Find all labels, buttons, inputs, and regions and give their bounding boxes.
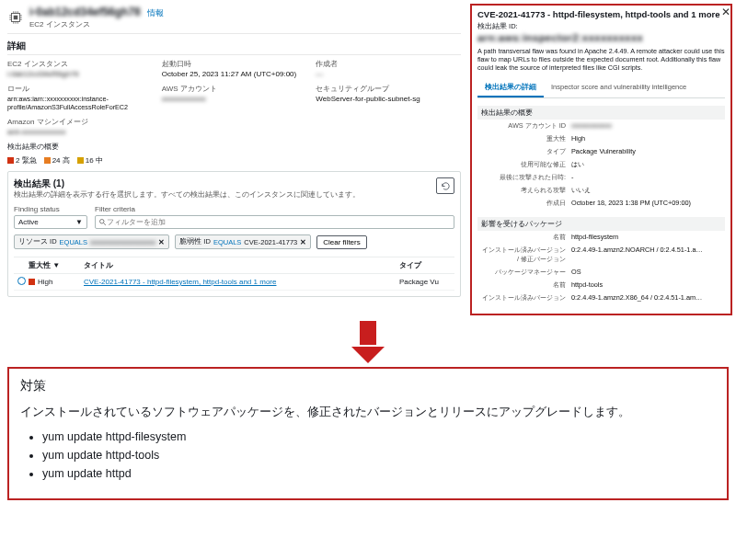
role-value: arn:aws:iam::xxxxxxxxxx:instance-profile… — [7, 95, 153, 111]
info-link[interactable]: 情報 — [147, 8, 164, 17]
kv-row: 重大性High — [477, 132, 725, 145]
detail-row-3: Amazon マシンイメージami-xxxxxxxxxxxx — [7, 117, 461, 136]
findings-summary-label: 検出結果の概要 — [7, 142, 461, 152]
findings-panel-title: 検出結果 (1) — [14, 177, 360, 190]
kv-row: インストール済みバージョン0:2.4.49-1.amzn2.X86_64 / 0… — [477, 291, 725, 304]
refresh-icon — [441, 181, 451, 191]
filter-search-wrap[interactable] — [95, 215, 454, 229]
col-title[interactable]: タイトル — [84, 260, 399, 270]
instance-header: i-0ab12cd34ef56gh78 情報 EC2 インスタンス — [7, 6, 461, 34]
finding-status-label: Finding status — [14, 205, 87, 213]
row-radio[interactable] — [17, 277, 26, 285]
table-row[interactable]: High CVE-2021-41773 - httpd-filesystem, … — [14, 274, 454, 291]
finding-detail-side-panel: ✕ CVE-2021-41773 - httpd-filesystem, htt… — [470, 4, 732, 315]
legend-critical: 2 緊急 — [7, 155, 37, 166]
instance-id-title: i-0ab12cd34ef56gh78 — [29, 6, 141, 18]
side-panel-tabs: 検出結果の詳細 Inspector score and vulnerabilit… — [477, 79, 725, 98]
role-label: ロール — [7, 84, 153, 94]
side-panel-title: CVE-2021-41773 - httpd-filesystem, httpd… — [477, 9, 725, 20]
search-icon — [98, 218, 107, 226]
kv-row: 最後に攻撃された日時:- — [477, 171, 725, 184]
findings-table-header: 重大性 ▼ タイトル タイプ — [14, 257, 454, 274]
launch-time-value: October 25, 2023 11:27 AM (UTC+09:00) — [162, 70, 307, 78]
kv-row: 作成日October 18, 2023 1:38 PM (UTC+09:00) — [477, 197, 725, 210]
col-severity[interactable]: 重大性 — [29, 261, 51, 269]
chevron-down-icon: ▼ — [75, 218, 83, 226]
summary-section-title: 検出結果の概要 — [477, 106, 725, 120]
launch-time-label: 起動日時 — [162, 59, 307, 69]
remediation-heading: 対策 — [20, 378, 716, 394]
security-group-value: WebServer-for-public-subnet-sg — [316, 95, 461, 103]
row-title-link[interactable]: CVE-2021-41773 - httpd-filesystem, httpd… — [84, 278, 276, 286]
ami-value: ami-xxxxxxxxxxxx — [7, 128, 153, 136]
severity-legend: 2 緊急 24 高 16 中 — [7, 155, 461, 166]
findings-panel-subtitle: 検出結果の詳細を表示する行を選択します。すべての検出結果は、このインスタンスに関… — [14, 190, 360, 200]
tab-inspector-score[interactable]: Inspector score and vulnerability intell… — [544, 79, 694, 97]
kv-row: 名前httpd-filesystem — [477, 231, 725, 244]
legend-medium: 16 中 — [77, 155, 103, 166]
filter-criteria-label: Filter criteria — [95, 205, 454, 213]
kv-row: インストール済みバージョン / 修正バージョン0:2.4.49-1.amzn2.… — [477, 244, 725, 266]
aws-account-label: AWS アカウント — [162, 84, 307, 94]
findings-panel: 検出結果 (1) 検出結果の詳細を表示する行を選択します。すべての検出結果は、こ… — [7, 171, 461, 297]
finding-status-select[interactable]: Active ▼ — [14, 215, 87, 229]
legend-high: 24 高 — [44, 155, 70, 166]
kv-row: タイプPackage Vulnerability — [477, 145, 725, 158]
detail-section-title: 詳細 — [7, 40, 461, 55]
svg-line-15 — [104, 223, 106, 225]
finding-status-value: Active — [18, 218, 39, 226]
close-icon[interactable]: ✕ — [300, 238, 306, 246]
close-icon[interactable]: ✕ — [158, 238, 165, 246]
col-type[interactable]: タイプ — [399, 260, 454, 270]
aws-account-value: xxxxxxxxxxxx — [162, 95, 307, 103]
red-arrow-annotation — [0, 321, 736, 363]
remediation-command: yum update httpd-filesystem — [42, 430, 716, 443]
close-panel-button[interactable]: ✕ — [719, 4, 732, 20]
kv-row: AWS アカウント IDxxxxxxxxxxxx — [477, 120, 725, 132]
detail-row-2: ロールarn:aws:iam::xxxxxxxxxx:instance-prof… — [7, 84, 461, 111]
svg-point-14 — [100, 220, 105, 224]
result-id-label: 検出結果 ID: — [477, 22, 725, 31]
security-group-label: セキュリティグループ — [316, 84, 461, 94]
row-type: Package Vu — [399, 278, 454, 286]
kv-row: 使用可能な修正はい — [477, 158, 725, 171]
packages-section-title: 影響を受けるパッケージ — [477, 217, 725, 231]
creator-value: — — [316, 70, 461, 78]
remediation-text: インストールされているソフトウェアパッケージを、修正されたバージョンとリリースに… — [20, 404, 716, 421]
cpu-icon — [7, 9, 24, 26]
remediation-command-list: yum update httpd-filesystemyum update ht… — [20, 430, 716, 480]
clear-filters-button[interactable]: Clear filters — [316, 235, 366, 249]
filter-chip-resource-id[interactable]: リソース ID EQUALS xxxxxxxxxxxxxxxxxxx ✕ — [14, 234, 169, 249]
svg-rect-1 — [14, 16, 18, 20]
instance-type-subtitle: EC2 インスタンス — [29, 19, 164, 29]
main-left-column: i-0ab12cd34ef56gh78 情報 EC2 インスタンス 詳細 EC2… — [0, 0, 468, 303]
row-severity: High — [29, 278, 84, 286]
vulnerability-description: A path transversal flaw was found in Apa… — [477, 47, 725, 72]
ami-label: Amazon マシンイメージ — [7, 117, 153, 127]
ec2-instance-value: i-0ab12cd34ef56gh78 — [7, 70, 153, 78]
detail-row-1: EC2 インスタンスi-0ab12cd34ef56gh78 起動日時Octobe… — [7, 59, 461, 78]
kv-row: 考えられる攻撃いいえ — [477, 184, 725, 197]
remediation-panel: 対策 インストールされているソフトウェアパッケージを、修正されたバージョンとリリ… — [7, 367, 729, 500]
tab-finding-detail[interactable]: 検出結果の詳細 — [477, 79, 544, 97]
ec2-instance-label: EC2 インスタンス — [7, 59, 153, 69]
refresh-button[interactable] — [436, 177, 454, 194]
kv-row: 名前httpd-tools — [477, 279, 725, 291]
filter-input[interactable] — [107, 218, 451, 226]
remediation-command: yum update httpd — [42, 467, 716, 480]
filter-chip-vuln-id[interactable]: 脆弱性 ID EQUALS CVE-2021-41773 ✕ — [175, 234, 311, 249]
remediation-command: yum update httpd-tools — [42, 449, 716, 462]
kv-row: パッケージマネージャーOS — [477, 266, 725, 279]
creator-label: 作成者 — [316, 59, 461, 69]
result-id-value: arn:aws:inspector2:xxxxxxxxxx — [477, 32, 725, 43]
